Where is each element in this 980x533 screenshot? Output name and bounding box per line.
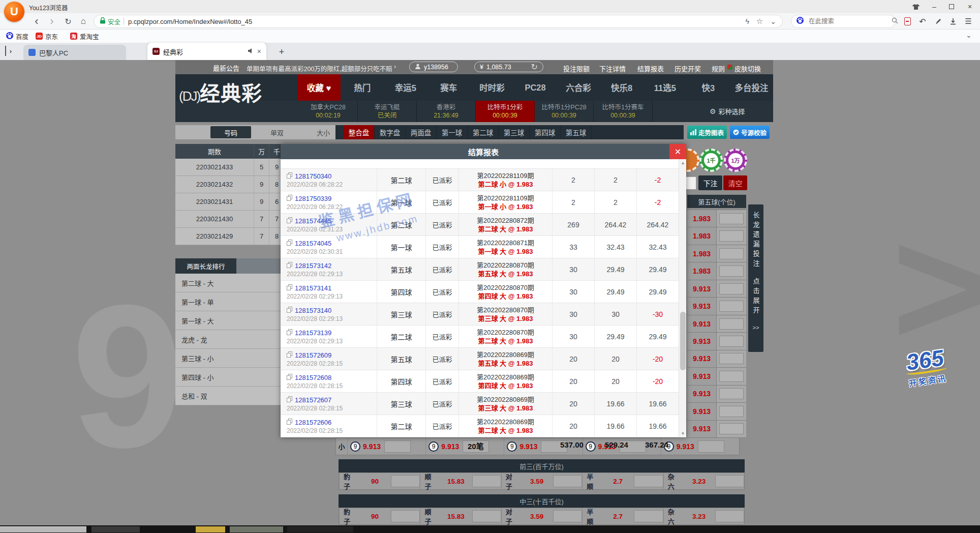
pan-tab[interactable]: 第二球 [468,125,499,139]
back-icon[interactable] [29,13,44,29]
odds-value[interactable]: 9.913 [687,403,717,420]
home-icon[interactable] [76,13,90,29]
copy-icon[interactable] [287,261,292,270]
pattern-bet-cell[interactable]: 对子 3.59 [501,508,582,524]
bookmarks-collapse-icon[interactable] [966,31,972,40]
pan-tab[interactable]: 第三球 [499,125,530,139]
order-id-link[interactable]: 1281572608 [295,374,331,381]
odds-value[interactable]: 1.983 [687,210,717,227]
copy-icon[interactable] [287,373,292,382]
order-id-link[interactable]: 1281573141 [295,284,331,292]
bet-amount-input[interactable] [391,475,420,487]
minimize-button[interactable]: – [926,0,942,13]
odds-value[interactable]: 9.913 [687,350,717,367]
mode-tab[interactable]: 大小 [303,126,344,138]
pattern-bet-cell[interactable]: 半顺 2.7 [582,508,663,524]
bet-amount-input[interactable] [472,475,501,487]
order-id-link[interactable]: 1281573139 [295,329,331,337]
streak-item[interactable]: 第一球 - 大 [175,311,285,330]
close-button[interactable]: × [962,0,978,13]
bet-amount-input[interactable] [634,510,663,522]
copy-icon[interactable] [287,328,292,337]
copy-icon[interactable] [287,239,292,248]
pattern-bet-cell[interactable]: 豹子 90 [339,508,420,524]
modal-close-button[interactable] [669,144,686,159]
refresh-balance-icon[interactable] [531,62,538,72]
quick-action-icon[interactable] [745,17,749,26]
game-category-tab[interactable]: 时时彩 [470,74,513,101]
bet-amount-cell[interactable] [717,245,746,262]
streak-item[interactable]: 龙虎 - 龙 [175,330,285,349]
copy-icon[interactable] [287,306,292,315]
game-category-tab[interactable]: 热门 [341,74,384,101]
game-category-tab[interactable]: 收藏 ♥ [297,74,341,101]
order-id-link[interactable]: 1281573140 [295,307,331,314]
mode-tab[interactable]: 单双 [257,126,297,138]
streak-tab[interactable]: 两面长龙排行 [175,258,236,274]
odds-value[interactable]: 9.913 [687,368,717,384]
address-dropdown-icon[interactable] [770,17,776,26]
bet-amount-cell[interactable] [717,368,746,384]
link-history-results[interactable]: 历史开奖 [675,64,701,73]
copy-icon[interactable] [287,395,292,404]
game-card[interactable]: 幸运飞艇 已关闭 [358,101,417,122]
order-id-link[interactable]: 1281573142 [295,262,331,270]
user-pill[interactable]: y138956 [409,62,458,72]
bet-amount-input[interactable] [715,510,744,522]
search-box[interactable] [791,15,896,28]
pan-tab[interactable]: 两面盘 [406,125,437,139]
link-skin-switch[interactable]: 皮肤切换 [734,64,761,73]
pattern-bet-cell[interactable]: 对子 3.59 [501,473,582,489]
link-bet-details[interactable]: 下注详情 [599,64,626,73]
bet-amount-cell[interactable] [717,280,746,297]
order-id-link[interactable]: 1281574045 [295,240,331,247]
forward-icon[interactable] [45,13,59,29]
odds-value[interactable]: 9.913 [687,333,717,349]
scrollbar-thumb[interactable] [680,312,686,370]
tab-classic-lottery[interactable]: 经典彩 [147,43,266,60]
game-category-tab[interactable]: 幸运5 [384,74,427,101]
copy-icon[interactable] [287,194,292,203]
streak-item[interactable]: 第四球 - 小 [175,368,285,387]
bet-amount-input[interactable] [472,510,501,522]
bet-amount-input[interactable] [634,475,663,487]
bet-amount-cell[interactable] [717,298,746,314]
balance-pill[interactable]: ¥ 1,085.73 [474,62,543,72]
copy-icon[interactable] [287,283,292,292]
trend-chart-button[interactable]: 走势图表 [687,126,727,139]
row-label-small[interactable]: 小 [336,438,347,455]
copy-icon[interactable] [287,171,292,181]
order-id-link[interactable]: 1281572607 [295,396,331,404]
game-category-tab[interactable]: 快3 [687,74,730,101]
order-id-link[interactable]: 1281572606 [295,419,331,426]
pan-tab[interactable]: 第五球 [561,125,592,139]
sidebar-expand-icon[interactable]: >> [753,324,759,331]
order-id-link[interactable]: 1281750340 [295,172,331,180]
odds-value[interactable]: 9.913 [687,315,717,332]
pan-tab[interactable]: 整合盘 [344,125,375,139]
pan-tab[interactable]: 数字盘 [375,125,406,139]
order-id-link[interactable]: 1281572609 [295,351,331,359]
new-tab-button[interactable]: + [275,46,288,58]
pan-tab[interactable]: 第四球 [530,125,561,139]
bet-amount-input[interactable] [384,440,411,453]
pattern-bet-cell[interactable]: 半顺 2.7 [582,473,663,489]
pan-tab[interactable]: 第一球 [437,125,468,139]
bet-amount-input[interactable] [553,475,582,487]
pattern-bet-cell[interactable]: 顺子 15.83 [420,473,501,489]
game-category-tab[interactable]: PC28 [513,74,557,101]
modal-scrollbar[interactable] [679,159,686,437]
scroll-down-icon[interactable] [679,430,687,437]
odds-value[interactable]: 1.983 [687,262,717,279]
bet-cell-group[interactable]: 9 9.913 [661,438,739,455]
bet-amount-cell[interactable] [717,386,746,402]
clear-bets-button[interactable]: 清空 [723,175,747,190]
undo-icon[interactable] [916,15,929,27]
bet-amount-cell[interactable] [717,403,746,420]
bet-amount-cell[interactable] [717,262,746,279]
odds-value[interactable]: 9.913 [687,298,717,314]
search-icon[interactable] [892,17,898,26]
announcement-more-icon[interactable]: › [394,63,396,70]
pattern-bet-cell[interactable]: 豹子 90 [339,473,420,489]
game-card[interactable]: 香港彩 21:36:49 [417,101,476,122]
